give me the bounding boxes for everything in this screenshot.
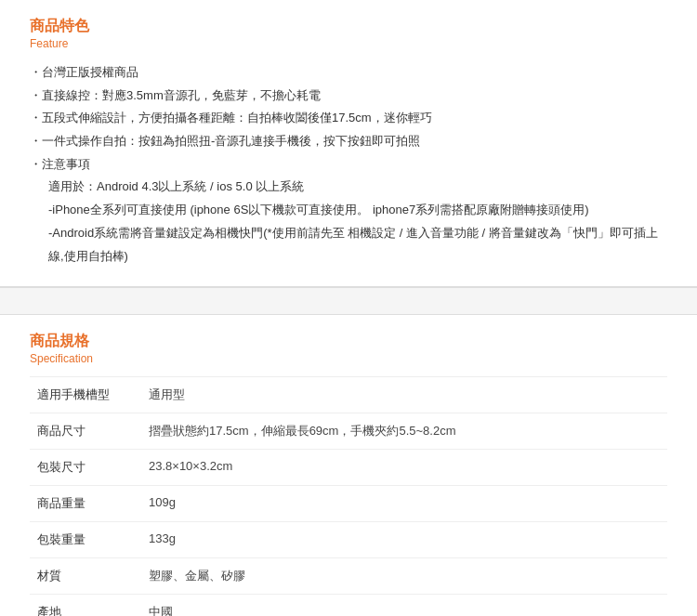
spec-value: 塑膠、金屬、矽膠 [141, 558, 667, 595]
feature-list-item: 一件式操作自拍：按鈕為拍照扭-音源孔連接手機後，按下按鈕即可拍照 [30, 130, 667, 153]
feature-list-item: 注意事項 [30, 153, 667, 177]
spec-value: 133g [141, 522, 667, 558]
spec-label: 適用手機槽型 [30, 377, 141, 413]
feature-header: 商品特色 Feature [30, 17, 667, 50]
spec-row: 材質塑膠、金屬、矽膠 [30, 558, 667, 595]
feature-list-item: 適用於：Android 4.3以上系統 / ios 5.0 以上系統 [30, 176, 667, 199]
spec-row: 商品尺寸摺疊狀態約17.5cm，伸縮最長69cm，手機夾約5.5~8.2cm [30, 413, 667, 450]
spec-row: 產地中國 [30, 595, 667, 616]
feature-title-zh: 商品特色 [30, 17, 667, 36]
feature-list-item: 台灣正版授權商品 [30, 61, 667, 85]
spec-row: 商品重量109g [30, 486, 667, 522]
section-gap [0, 287, 697, 315]
feature-section: 商品特色 Feature 台灣正版授權商品直接線控：對應3.5mm音源孔，免藍芽… [0, 0, 697, 287]
spec-title-zh: 商品規格 [30, 332, 667, 351]
spec-value: 摺疊狀態約17.5cm，伸縮最長69cm，手機夾約5.5~8.2cm [141, 413, 667, 450]
spec-row: 適用手機槽型通用型 [30, 377, 667, 413]
feature-list: 台灣正版授權商品直接線控：對應3.5mm音源孔，免藍芽，不擔心耗電五段式伸縮設計… [30, 61, 667, 268]
spec-value: 中國 [141, 595, 667, 616]
feature-list-item: -Android系統需將音量鍵設定為相機快門(*使用前請先至 相機設定 / 進入… [30, 222, 667, 268]
spec-table: 適用手機槽型通用型商品尺寸摺疊狀態約17.5cm，伸縮最長69cm，手機夾約5.… [30, 376, 667, 616]
spec-title-en: Specification [30, 352, 667, 365]
spec-header: 商品規格 Specification [30, 332, 667, 365]
spec-label: 包裝尺寸 [30, 450, 141, 486]
feature-list-item: 直接線控：對應3.5mm音源孔，免藍芽，不擔心耗電 [30, 85, 667, 108]
spec-row: 包裝重量133g [30, 522, 667, 558]
feature-list-item: 五段式伸縮設計，方便拍攝各種距離：自拍棒收闔後僅17.5cm，迷你輕巧 [30, 107, 667, 130]
spec-label: 包裝重量 [30, 522, 141, 558]
spec-label: 產地 [30, 595, 141, 616]
spec-label: 商品重量 [30, 486, 141, 522]
spec-row: 包裝尺寸23.8×10×3.2cm [30, 450, 667, 486]
feature-title-en: Feature [30, 37, 667, 50]
spec-section: 商品規格 Specification 適用手機槽型通用型商品尺寸摺疊狀態約17.… [0, 315, 697, 616]
spec-label: 商品尺寸 [30, 413, 141, 450]
spec-value: 通用型 [141, 377, 667, 413]
spec-value: 109g [141, 486, 667, 522]
spec-value: 23.8×10×3.2cm [141, 450, 667, 486]
spec-label: 材質 [30, 558, 141, 595]
feature-list-item: -iPhone全系列可直接使用 (iphone 6S以下機款可直接使用。 iph… [30, 199, 667, 222]
